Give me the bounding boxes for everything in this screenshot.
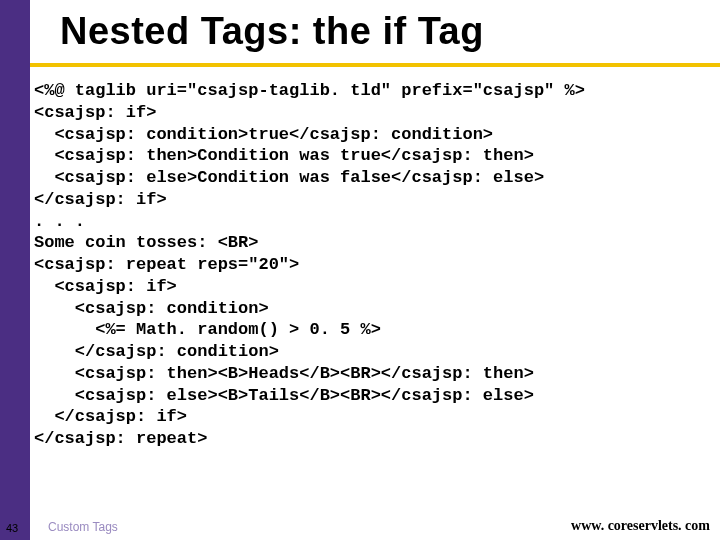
slide: Nested Tags: the if Tag <%@ taglib uri="… [0, 0, 720, 540]
slide-title: Nested Tags: the if Tag [60, 10, 484, 53]
code-example: <%@ taglib uri="csajsp-taglib. tld" pref… [34, 80, 714, 450]
footer: 43 Custom Tags www. coreservlets. com [0, 512, 720, 540]
divider-line [30, 63, 720, 67]
page-number: 43 [6, 522, 18, 534]
footer-label: Custom Tags [48, 520, 118, 534]
footer-url: www. coreservlets. com [571, 518, 710, 534]
left-accent-bar [0, 0, 30, 540]
